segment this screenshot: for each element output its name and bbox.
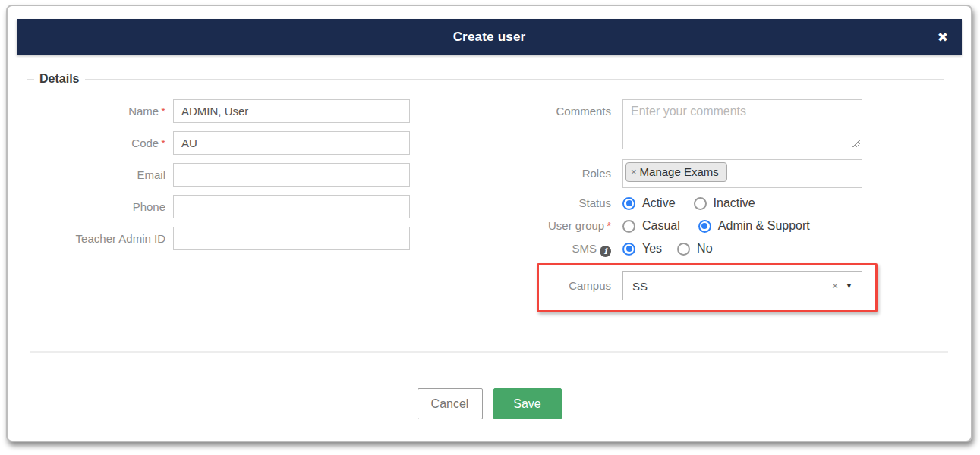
status-radio-group: Active Inactive: [622, 194, 755, 212]
required-asterisk: *: [161, 136, 165, 149]
teacher-admin-id-label: Teacher Admin ID: [23, 227, 165, 250]
close-icon[interactable]: ✖: [937, 30, 948, 43]
radio-icon[interactable]: [677, 243, 690, 256]
status-option-inactive[interactable]: Inactive: [694, 196, 755, 210]
clear-selection-icon[interactable]: ×: [832, 280, 838, 292]
campus-select[interactable]: SS × ▼: [622, 271, 862, 300]
modal-title: Create user: [453, 30, 526, 45]
email-input[interactable]: [173, 163, 410, 187]
phone-input[interactable]: [173, 195, 410, 218]
code-input[interactable]: [173, 131, 410, 155]
required-asterisk: *: [161, 105, 165, 118]
name-input[interactable]: [173, 99, 410, 123]
role-tag: × Manage Exams: [625, 162, 727, 182]
required-asterisk: *: [607, 219, 611, 232]
campus-selected-value: SS: [632, 280, 832, 293]
user-group-radio-group: Casual Admin & Support: [622, 217, 810, 235]
user-group-option-casual[interactable]: Casual: [622, 219, 680, 233]
modal-header: Create user ✖: [17, 19, 962, 55]
campus-label: Campus: [467, 274, 611, 297]
user-group-option-admin-support[interactable]: Admin & Support: [698, 219, 810, 233]
email-label: Email: [23, 163, 165, 187]
user-group-label: User group*: [467, 217, 611, 235]
footer-divider: [30, 351, 948, 353]
sms-radio-group: Yes No: [622, 240, 713, 258]
chevron-down-icon[interactable]: ▼: [846, 282, 852, 290]
code-label: Code*: [23, 131, 165, 155]
radio-icon[interactable]: [694, 197, 707, 210]
comments-textarea[interactable]: [622, 99, 862, 149]
details-legend-text: Details: [39, 72, 85, 86]
radio-icon[interactable]: [698, 220, 711, 233]
info-icon[interactable]: i: [600, 246, 611, 257]
remove-tag-icon[interactable]: ×: [631, 166, 637, 177]
role-tag-label: Manage Exams: [640, 165, 719, 178]
roles-input[interactable]: × Manage Exams: [622, 159, 862, 188]
radio-icon[interactable]: [622, 220, 635, 233]
legend-line: [85, 79, 944, 80]
sms-option-yes[interactable]: Yes: [622, 242, 662, 256]
comments-field: [622, 99, 862, 149]
radio-icon[interactable]: [622, 243, 635, 256]
cancel-button[interactable]: Cancel: [418, 388, 483, 419]
details-section-legend: Details: [27, 71, 944, 86]
status-label: Status: [467, 194, 611, 212]
comments-label: Comments: [467, 99, 611, 123]
status-option-active[interactable]: Active: [622, 196, 676, 210]
name-label: Name*: [23, 99, 165, 123]
teacher-admin-id-input[interactable]: [173, 227, 410, 250]
sms-option-no[interactable]: No: [677, 242, 712, 256]
radio-icon[interactable]: [622, 197, 635, 210]
roles-label: Roles: [467, 159, 611, 188]
legend-dash: [27, 79, 34, 80]
save-button[interactable]: Save: [493, 388, 562, 419]
phone-label: Phone: [23, 195, 165, 218]
create-user-modal: Create user ✖ Details Name* Code* Email …: [6, 5, 972, 442]
footer-buttons: Cancel Save: [8, 388, 971, 419]
sms-label: SMSi: [467, 240, 611, 258]
